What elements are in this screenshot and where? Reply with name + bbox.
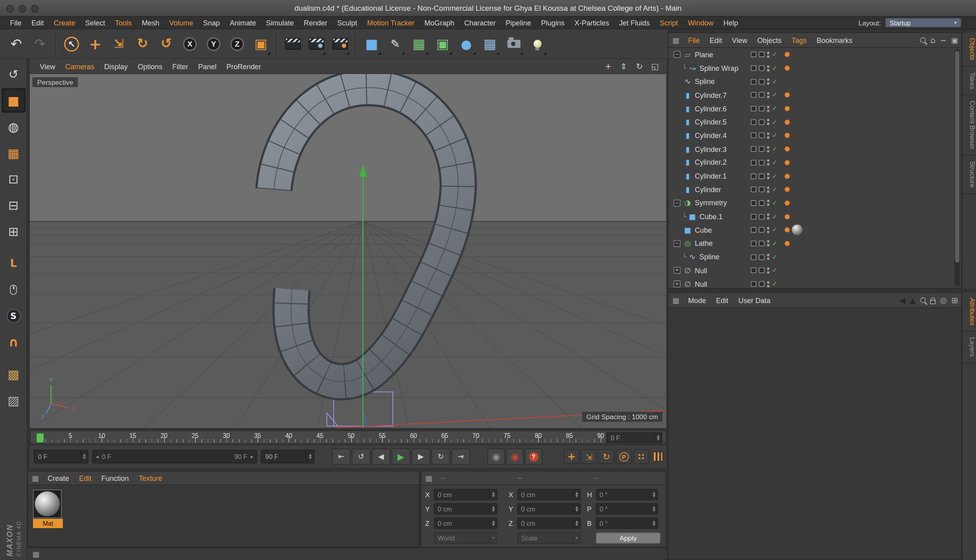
range-left-arrow-icon[interactable]: ◂ <box>96 453 99 460</box>
layer-toggle-icon[interactable] <box>759 281 765 287</box>
main-menu-sculpt[interactable]: Sculpt <box>332 19 362 27</box>
enabled-check-icon[interactable]: ✓ <box>772 64 777 72</box>
render-visibility-dot-icon[interactable] <box>767 244 769 247</box>
object-row-spline-wrap[interactable]: └↝Spline Wrap✓ <box>669 61 953 75</box>
enabled-check-icon[interactable]: ✓ <box>772 51 777 58</box>
close-button[interactable] <box>6 5 14 13</box>
visibility-dots-icon[interactable] <box>767 267 769 274</box>
stepper-down-icon[interactable]: ▼ <box>492 523 495 526</box>
main-menu-select[interactable]: Select <box>80 19 110 27</box>
enabled-check-icon[interactable]: ✓ <box>772 118 777 126</box>
layer-toggle-icon[interactable] <box>759 268 765 273</box>
editor-visibility-dot-icon[interactable] <box>767 173 769 175</box>
layer-toggle-icon[interactable] <box>751 106 756 111</box>
key-scale-toggle[interactable]: ⇲ <box>581 449 597 464</box>
editor-visibility-dot-icon[interactable] <box>767 52 769 54</box>
render-visibility-dot-icon[interactable] <box>767 190 769 192</box>
add-light-button[interactable] <box>526 31 549 56</box>
visibility-dots-icon[interactable] <box>767 92 769 98</box>
visibility-dots-icon[interactable] <box>767 65 769 71</box>
phong-tag-icon[interactable] <box>785 133 790 138</box>
layer-toggle-icon[interactable] <box>751 187 756 192</box>
phong-tag-icon[interactable] <box>785 146 790 152</box>
enabled-check-icon[interactable]: ✓ <box>772 159 777 167</box>
render-visibility-dot-icon[interactable] <box>767 204 769 206</box>
stepper-down-icon[interactable]: ▼ <box>309 457 312 460</box>
layer-toggle-icon[interactable] <box>759 65 765 71</box>
object-manager-menu-tags[interactable]: Tags <box>787 36 812 44</box>
main-menu-file[interactable]: File <box>5 19 27 27</box>
enabled-check-icon[interactable]: ✓ <box>772 212 777 220</box>
stepper-icon[interactable]: ▲ ▼ <box>654 433 662 442</box>
object-row-cylinder-3[interactable]: ▮Cylinder.3✓ <box>669 142 953 156</box>
timeline-options-button[interactable] <box>653 449 663 465</box>
object-manager-menu-file[interactable]: File <box>683 36 705 44</box>
deformers-button[interactable]: ● <box>455 31 477 56</box>
editor-visibility-dot-icon[interactable] <box>767 65 769 67</box>
scrollbar[interactable] <box>955 49 960 286</box>
phong-tag-icon[interactable] <box>785 200 790 206</box>
material-item[interactable]: Mat <box>33 490 63 528</box>
stepper-icon[interactable]: ▲▼ <box>489 518 497 528</box>
editor-visibility-dot-icon[interactable] <box>767 146 769 148</box>
render-visibility-dot-icon[interactable] <box>767 285 769 287</box>
volume-builder-button[interactable]: ▦ <box>479 31 501 56</box>
visibility-dots-icon[interactable] <box>767 105 769 112</box>
render-visibility-dot-icon[interactable] <box>767 258 769 260</box>
points-mode-button[interactable]: ⊡ <box>2 167 25 191</box>
object-row-cylinder-6[interactable]: ▮Cylinder.6✓ <box>669 102 953 115</box>
phong-tag-icon[interactable] <box>785 160 790 165</box>
enabled-check-icon[interactable]: ✓ <box>772 266 777 274</box>
editor-visibility-dot-icon[interactable] <box>767 78 769 81</box>
search-button[interactable] <box>920 37 926 43</box>
editor-visibility-dot-icon[interactable] <box>767 267 769 270</box>
main-menu-plugins[interactable]: Plugins <box>536 19 570 27</box>
editor-visibility-dot-icon[interactable] <box>767 227 769 229</box>
editor-visibility-dot-icon[interactable] <box>767 200 769 202</box>
render-visibility-dot-icon[interactable] <box>767 271 769 274</box>
coordinate-system-button[interactable]: ▣ <box>250 31 272 56</box>
layer-toggle-icon[interactable] <box>759 200 765 206</box>
object-manager-menu-view[interactable]: View <box>727 36 752 44</box>
dolly-view-button[interactable]: ⇕ <box>617 60 630 72</box>
main-menu-jet-fluids[interactable]: Jet Fluids <box>614 19 655 27</box>
layer-toggle-icon[interactable] <box>759 92 765 98</box>
size-y-input[interactable]: 0 cm▲▼ <box>517 503 581 514</box>
pen-spline-button[interactable]: ✎ <box>384 31 406 56</box>
record-objects-button[interactable]: ◉ <box>488 449 505 465</box>
enabled-check-icon[interactable]: ✓ <box>772 253 777 261</box>
layer-toggle-icon[interactable] <box>751 146 756 152</box>
apply-button[interactable]: Apply <box>596 533 661 544</box>
visibility-dots-icon[interactable] <box>767 132 769 139</box>
render-visibility-dot-icon[interactable] <box>767 217 769 220</box>
layer-toggle-icon[interactable] <box>751 65 756 71</box>
layer-toggle-icon[interactable] <box>759 146 765 152</box>
texture-mode-button[interactable]: ◍ <box>2 115 25 139</box>
expander-minus-icon[interactable]: − <box>673 200 680 206</box>
rotation-b-input[interactable]: 0 °▲▼ <box>596 517 658 529</box>
expander-plus-icon[interactable]: + <box>673 280 680 287</box>
stepper-down-icon[interactable]: ▼ <box>576 494 578 498</box>
layer-toggle-icon[interactable] <box>751 119 756 125</box>
main-menu-character[interactable]: Character <box>459 19 501 27</box>
editor-visibility-dot-icon[interactable] <box>767 92 769 94</box>
object-row-spline[interactable]: └∿Spline✓ <box>669 250 953 264</box>
object-row-cylinder[interactable]: ▮Cylinder✓ <box>669 183 953 196</box>
layer-toggle-icon[interactable] <box>751 241 756 246</box>
quantize-button[interactable]: ▨ <box>2 388 25 412</box>
layer-toggle-icon[interactable] <box>759 106 765 111</box>
search-button[interactable] <box>920 298 925 303</box>
layer-toggle-icon[interactable] <box>759 52 765 57</box>
tab-objects[interactable]: Objects <box>962 32 976 66</box>
keying-help-button[interactable]: ? <box>525 449 542 465</box>
editor-visibility-dot-icon[interactable] <box>767 159 769 162</box>
stepper-icon[interactable]: ▲▼ <box>650 518 658 528</box>
object-manager-menu-bookmarks[interactable]: Bookmarks <box>812 36 857 44</box>
position-x-input[interactable]: 0 cm▲▼ <box>434 489 498 500</box>
phong-tag-icon[interactable] <box>785 173 790 179</box>
object-row-lathe[interactable]: −◎Lathe✓ <box>669 237 953 250</box>
stepper-icon[interactable]: ▲▼ <box>650 490 658 500</box>
layer-toggle-icon[interactable] <box>751 92 756 98</box>
main-menu-script[interactable]: Script <box>655 19 683 27</box>
phong-tag-icon[interactable] <box>785 119 790 125</box>
